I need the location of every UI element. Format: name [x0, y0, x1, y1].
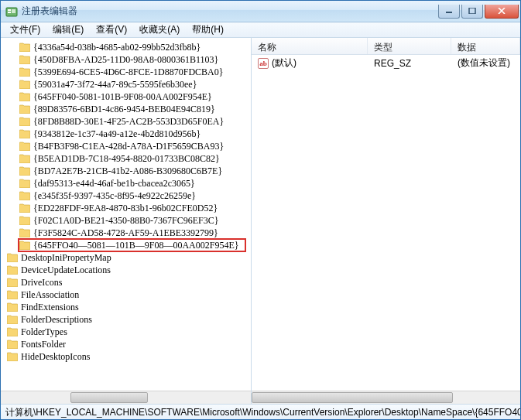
svg-rect-4	[446, 12, 452, 13]
tree-item[interactable]: {e345f35f-9397-435c-8f95-4e922c26259e}	[1, 190, 251, 202]
col-data[interactable]: 数据	[451, 38, 520, 54]
tree-item-label: {F3F5824C-AD58-4728-AF59-A1EBE3392799}	[33, 227, 218, 239]
tree-item[interactable]: {daf95313-e44d-46af-be1b-cbacea2c3065}	[1, 177, 251, 190]
tree-item[interactable]: {F02C1A0D-BE21-4350-88B0-7367FC96EF3C}	[1, 214, 251, 227]
value-name: (默认)	[272, 56, 296, 70]
tree-item-label: {645FFO40—5081—101B—9F08—00AA002F954E}	[33, 240, 239, 251]
menu-edit[interactable]: 编辑(E)	[46, 22, 90, 38]
menu-help[interactable]: 帮助(H)	[186, 22, 230, 38]
tree-item[interactable]: FontsFolder	[1, 338, 251, 350]
tree-item[interactable]: {ED228FDF-9EA8-4870-83b1-96b02CFE0D52}	[1, 202, 251, 214]
list-hscrollbar[interactable]	[252, 391, 520, 404]
tree-view[interactable]: {4336a54d-038b-4685-ab02-99bb52d3fb8b}{4…	[1, 38, 251, 391]
col-name[interactable]: 名称	[252, 38, 368, 54]
cell-data: (数值未设置)	[451, 56, 520, 70]
tree-item[interactable]: DesktopIniPropertyMap	[1, 251, 251, 264]
menubar: 文件(F) 编辑(E) 查看(V) 收藏夹(A) 帮助(H)	[1, 22, 520, 38]
tree-pane: {4336a54d-038b-4685-ab02-99bb52d3fb8b}{4…	[1, 38, 252, 404]
cell-name: ab (默认)	[252, 56, 368, 70]
tree-item-label: {4336a54d-038b-4685-ab02-99bb52d3fb8b}	[33, 42, 201, 53]
tree-item-label: {645FF040-5081-101B-9F08-00AA002F954E}	[33, 91, 212, 103]
regedit-window: 注册表编辑器 文件(F) 编辑(E) 查看(V) 收藏夹(A) 帮助(H) {4…	[0, 0, 521, 420]
tree-item[interactable]: DriveIcons	[1, 276, 251, 289]
tree-item-label: FindExtensions	[21, 302, 79, 313]
tree-item-label: DeviceUpdateLocations	[21, 265, 111, 276]
scrollbar-thumb[interactable]	[70, 392, 148, 403]
tree-item-label: {ED228FDF-9EA8-4870-83b1-96b02CFE0D52}	[33, 203, 218, 214]
tree-item-label: HideDesktopIcons	[21, 351, 90, 363]
tree-item-label: {5399E694-6CE5-4D6C-8FCE-1D8870FDCBA0}	[33, 67, 224, 78]
svg-rect-3	[12, 9, 15, 13]
list-body[interactable]: ab (默认) REG_SZ (数值未设置)	[252, 55, 520, 391]
col-type[interactable]: 类型	[368, 38, 451, 54]
tree-item-label: FileAssociation	[21, 289, 79, 301]
tree-item[interactable]: {89D83576-6BD1-4c86-9454-BEB04E94C819}	[1, 103, 251, 115]
tree-item[interactable]: FolderDescriptions	[1, 313, 251, 326]
maximize-button[interactable]	[461, 5, 483, 19]
close-icon	[498, 8, 506, 14]
tree-item-label: FolderDescriptions	[21, 314, 92, 326]
tree-item-label: {BD7A2E7B-21CB-41b2-A086-B309680C6B7E}	[33, 166, 222, 177]
tree-item[interactable]: {9343812e-1c37-4a49-a12e-4b2d810d956b}	[1, 128, 251, 140]
tree-item[interactable]: {B5EAD1DB-7C18-4954-8820-01733BC08C82}	[1, 152, 251, 165]
tree-item-label: {59031a47-3f72-44a7-89c5-5595fe6b30ee}	[33, 79, 197, 90]
window-title: 注册表编辑器	[22, 5, 438, 18]
tree-item[interactable]: {8FD8B88D-30E1-4F25-AC2B-553D3D65F0EA}	[1, 115, 251, 128]
tree-item[interactable]: {59031a47-3f72-44a7-89c5-5595fe6b30ee}	[1, 78, 251, 90]
tree-item[interactable]: FindExtensions	[1, 301, 251, 313]
tree-item-label: FolderTypes	[21, 326, 67, 338]
workspace: {4336a54d-038b-4685-ab02-99bb52d3fb8b}{4…	[1, 38, 520, 404]
cell-type: REG_SZ	[368, 58, 451, 69]
tree-item-label: {e345f35f-9397-435c-8f95-4e922c26259e}	[33, 190, 196, 202]
tree-item-label: DesktopIniPropertyMap	[21, 252, 111, 264]
svg-rect-1	[8, 9, 11, 11]
tree-item-label: {89D83576-6BD1-4c86-9454-BEB04E94C819}	[33, 104, 215, 115]
tree-item-label: {F02C1A0D-BE21-4350-88B0-7367FC96EF3C}	[33, 215, 219, 227]
tree-item-label: DriveIcons	[21, 277, 62, 289]
tree-item-label: {B4FB3F98-C1EA-428d-A78A-D1F5659CBA93}	[33, 141, 224, 152]
list-row[interactable]: ab (默认) REG_SZ (数值未设置)	[252, 55, 520, 69]
minimize-icon	[445, 8, 453, 14]
string-value-icon: ab	[258, 58, 269, 69]
window-buttons	[438, 5, 519, 19]
menu-view[interactable]: 查看(V)	[90, 22, 133, 38]
svg-rect-5	[469, 8, 475, 14]
tree-item[interactable]: {645FFO40—5081—101B—9F08—00AA002F954E}	[1, 239, 251, 251]
scrollbar-thumb[interactable]	[252, 392, 453, 403]
tree-item-label: {9343812e-1c37-4a49-a12e-4b2d810d956b}	[33, 128, 201, 140]
tree-item[interactable]: {B4FB3F98-C1EA-428d-A78A-D1F5659CBA93}	[1, 140, 251, 152]
menu-file[interactable]: 文件(F)	[4, 22, 46, 38]
tree-item-label: {B5EAD1DB-7C18-4954-8820-01733BC08C82}	[33, 153, 220, 165]
tree-item[interactable]: {4336a54d-038b-4685-ab02-99bb52d3fb8b}	[1, 41, 251, 53]
tree-item-label: {daf95313-e44d-46af-be1b-cbacea2c3065}	[33, 178, 195, 190]
tree-item[interactable]: {645FF040-5081-101B-9F08-00AA002F954E}	[1, 90, 251, 103]
list-pane: 名称 类型 数据 ab (默认) REG_SZ (数值未设置)	[252, 38, 520, 404]
statusbar: 计算机\HKEY_LOCAL_MACHINE\SOFTWARE\Microsof…	[1, 404, 520, 419]
tree-item[interactable]: FolderTypes	[1, 326, 251, 338]
maximize-icon	[468, 8, 476, 14]
menu-favorites[interactable]: 收藏夹(A)	[133, 22, 186, 38]
tree-item[interactable]: {F3F5824C-AD58-4728-AF59-A1EBE3392799}	[1, 227, 251, 239]
tree-hscrollbar[interactable]	[1, 391, 251, 404]
tree-item[interactable]: {450D8FBA-AD25-11D0-98A8-0800361B1103}	[1, 53, 251, 66]
tree-item[interactable]: {5399E694-6CE5-4D6C-8FCE-1D8870FDCBA0}	[1, 66, 251, 78]
tree-item-label: FontsFolder	[21, 339, 66, 350]
svg-rect-2	[8, 12, 11, 13]
close-button[interactable]	[485, 5, 519, 19]
tree-item[interactable]: HideDesktopIcons	[1, 350, 251, 363]
tree-item[interactable]: DeviceUpdateLocations	[1, 264, 251, 276]
tree-item-label: {450D8FBA-AD25-11D0-98A8-0800361B1103}	[33, 54, 218, 66]
app-icon	[5, 5, 18, 18]
tree-item[interactable]: {BD7A2E7B-21CB-41b2-A086-B309680C6B7E}	[1, 165, 251, 177]
minimize-button[interactable]	[438, 5, 460, 19]
column-headers: 名称 类型 数据	[252, 38, 520, 55]
tree-item[interactable]: FileAssociation	[1, 289, 251, 301]
tree-item-label: {8FD8B88D-30E1-4F25-AC2B-553D3D65F0EA}	[33, 116, 224, 128]
titlebar[interactable]: 注册表编辑器	[1, 1, 520, 22]
